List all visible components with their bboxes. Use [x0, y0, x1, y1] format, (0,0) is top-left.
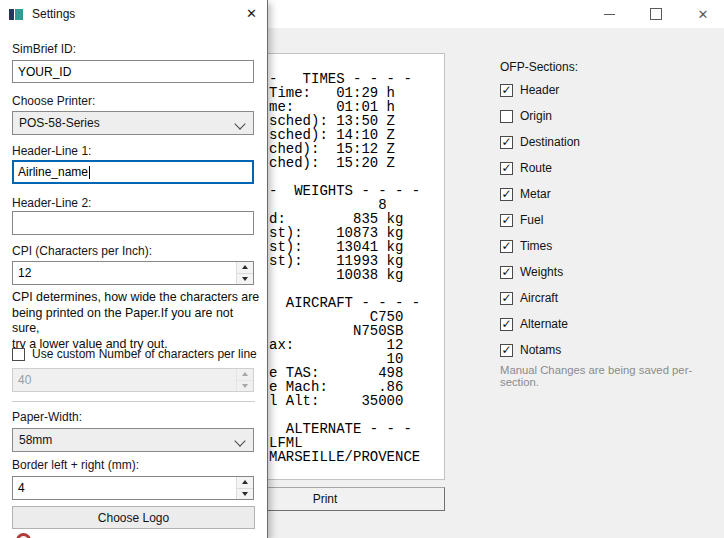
- dialog-title: Settings: [32, 7, 75, 21]
- section-label: Aircraft: [520, 291, 558, 305]
- cpi-label: CPI (Characters per Inch):: [12, 244, 152, 258]
- paper-width-select[interactable]: 58mm: [12, 428, 254, 452]
- checkmark-icon: ✓: [501, 266, 511, 278]
- dialog-titlebar: Settings ✕: [0, 0, 267, 28]
- section-row-route[interactable]: ✓ Route: [500, 160, 552, 176]
- header-line1-label: Header-Line 1:: [12, 144, 91, 158]
- printer-selected-value: POS-58-Series: [19, 116, 100, 130]
- checkbox-metar[interactable]: ✓: [500, 188, 513, 201]
- section-label: Route: [520, 161, 552, 175]
- section-label: Fuel: [520, 213, 543, 227]
- paper-width-value: 58mm: [19, 433, 52, 447]
- settings-app-icon: [9, 8, 24, 21]
- close-button[interactable]: ✕: [680, 0, 724, 28]
- choose-logo-button[interactable]: Choose Logo: [12, 506, 255, 529]
- text-cursor: [89, 166, 90, 179]
- checkbox-notams[interactable]: ✓: [500, 344, 513, 357]
- section-row-times[interactable]: ✓ Times: [500, 238, 552, 254]
- ofp-sections-label: OFP-Sections:: [500, 60, 578, 74]
- maximize-button[interactable]: [633, 0, 679, 28]
- header-line1-input[interactable]: Airline_name: [12, 160, 254, 184]
- arrow-up-icon: [242, 265, 248, 269]
- arrow-down-icon: [242, 492, 248, 496]
- section-row-header[interactable]: ✓ Header: [500, 82, 559, 98]
- printer-label: Choose Printer:: [12, 94, 95, 108]
- spin-up-button[interactable]: [236, 477, 253, 489]
- dialog-close-button[interactable]: ✕: [246, 6, 257, 21]
- border-value: 4: [18, 481, 25, 495]
- arrow-up-icon: [242, 480, 248, 484]
- app-window: ✕ - TIMES - - - - Time: 01:29 h me: 01:0…: [0, 0, 724, 538]
- custom-chars-row[interactable]: Use custom Number of characters per line: [12, 347, 257, 361]
- checkbox-header[interactable]: ✓: [500, 84, 513, 97]
- header-line1-value: Airline_name: [18, 165, 88, 179]
- section-row-notams[interactable]: ✓ Notams: [500, 342, 561, 358]
- paper-width-label: Paper-Width:: [12, 410, 82, 424]
- checkmark-icon: ✓: [501, 136, 511, 148]
- header-line2-label: Header-Line 2:: [12, 196, 91, 210]
- section-label: Weights: [520, 265, 563, 279]
- minimize-button[interactable]: [586, 0, 632, 28]
- border-label: Border left + right (mm):: [12, 458, 139, 472]
- ofp-preview-text: - TIMES - - - - Time: 01:29 h me: 01:01 …: [269, 72, 420, 464]
- checkbox-times[interactable]: ✓: [500, 240, 513, 253]
- section-label: Destination: [520, 135, 580, 149]
- checkmark-icon: ✓: [501, 292, 511, 304]
- checkmark-icon: ✓: [501, 214, 511, 226]
- simbrief-id-input[interactable]: YOUR_ID: [12, 60, 254, 83]
- spinner-buttons: [236, 369, 253, 391]
- section-row-fuel[interactable]: ✓ Fuel: [500, 212, 543, 228]
- spin-up-button[interactable]: [236, 262, 253, 274]
- cpi-spinner[interactable]: 12: [12, 261, 254, 285]
- spin-up-button: [236, 369, 253, 381]
- checkmark-icon: ✓: [501, 240, 511, 252]
- maximize-icon: [650, 8, 662, 20]
- minimize-icon: [604, 14, 615, 15]
- custom-chars-checkbox[interactable]: [12, 348, 25, 361]
- custom-chars-spinner: 40: [12, 368, 254, 392]
- checkbox-weights[interactable]: ✓: [500, 266, 513, 279]
- checkbox-alternate[interactable]: ✓: [500, 318, 513, 331]
- border-spinner[interactable]: 4: [12, 476, 254, 500]
- checkmark-icon: ✓: [501, 188, 511, 200]
- checkbox-aircraft[interactable]: ✓: [500, 292, 513, 305]
- spinner-buttons: [236, 477, 253, 499]
- header-line2-input[interactable]: [12, 211, 254, 235]
- sections-note: Manual Changes are being saved per-secti…: [500, 364, 724, 388]
- arrow-up-icon: [242, 372, 248, 376]
- section-label: Header: [520, 83, 559, 97]
- chevron-down-icon: [234, 118, 245, 129]
- section-label: Metar: [520, 187, 551, 201]
- simbrief-id-label: SimBrief ID:: [12, 42, 76, 56]
- spinner-buttons: [236, 262, 253, 284]
- custom-chars-value: 40: [18, 373, 31, 387]
- arrow-down-icon: [242, 277, 248, 281]
- spin-down-button[interactable]: [236, 274, 253, 285]
- checkbox-origin[interactable]: [500, 110, 513, 123]
- close-icon: ✕: [698, 7, 709, 22]
- printer-select[interactable]: POS-58-Series: [12, 111, 254, 135]
- spin-down-button[interactable]: [236, 489, 253, 500]
- checkbox-route[interactable]: ✓: [500, 162, 513, 175]
- chevron-down-icon: [234, 435, 245, 446]
- cpi-value: 12: [18, 266, 31, 280]
- checkbox-fuel[interactable]: ✓: [500, 214, 513, 227]
- section-row-origin[interactable]: Origin: [500, 108, 552, 124]
- logo-preview-icon: [16, 533, 31, 538]
- checkbox-destination[interactable]: ✓: [500, 136, 513, 149]
- checkmark-icon: ✓: [501, 318, 511, 330]
- arrow-down-icon: [242, 384, 248, 388]
- settings-dialog: Settings ✕ SimBrief ID: YOUR_ID Choose P…: [0, 0, 268, 538]
- checkmark-icon: ✓: [501, 344, 511, 356]
- close-icon: ✕: [246, 6, 257, 21]
- spin-down-button: [236, 381, 253, 392]
- section-row-alternate[interactable]: ✓ Alternate: [500, 316, 568, 332]
- simbrief-id-value: YOUR_ID: [18, 65, 71, 79]
- section-label: Origin: [520, 109, 552, 123]
- section-row-weights[interactable]: ✓ Weights: [500, 264, 563, 280]
- section-row-metar[interactable]: ✓ Metar: [500, 186, 551, 202]
- section-row-aircraft[interactable]: ✓ Aircraft: [500, 290, 558, 306]
- section-row-destination[interactable]: ✓ Destination: [500, 134, 580, 150]
- custom-chars-label: Use custom Number of characters per line: [32, 347, 257, 361]
- checkmark-icon: ✓: [501, 162, 511, 174]
